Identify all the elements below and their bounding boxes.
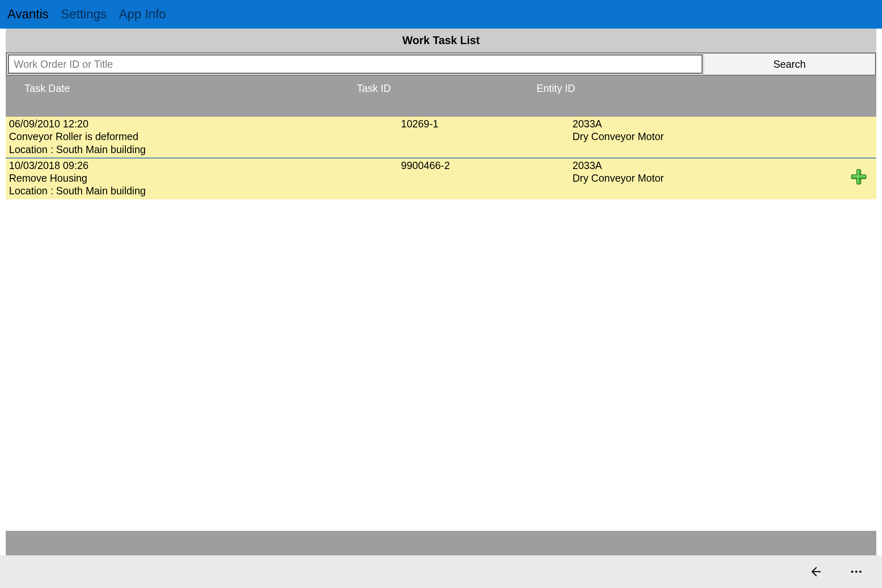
svg-rect-2 xyxy=(858,170,859,184)
cell-action xyxy=(844,159,873,198)
task-title: Conveyor Roller is deformed xyxy=(9,130,401,143)
search-button[interactable]: Search xyxy=(704,53,875,75)
column-header-task-id[interactable]: Task ID xyxy=(332,82,504,117)
back-arrow-icon[interactable] xyxy=(808,562,826,581)
table-row[interactable]: 10/03/2018 09:26 Remove Housing Location… xyxy=(6,158,876,199)
cell-task-id: 9900466-2 xyxy=(401,159,572,198)
menu-app-info[interactable]: App Info xyxy=(119,7,166,22)
cell-task-date: 06/09/2010 12:20 Conveyor Roller is defo… xyxy=(9,118,401,156)
cell-task-id: 10269-1 xyxy=(401,118,572,156)
task-location: Location : South Main building xyxy=(9,143,401,156)
search-row: Search xyxy=(6,53,876,76)
column-header-row: Task Date Task ID Entity ID xyxy=(6,76,876,117)
task-date: 10/03/2018 09:26 xyxy=(9,159,401,172)
search-input[interactable] xyxy=(9,56,702,73)
entity-name: Dry Conveyor Motor xyxy=(572,130,844,143)
table-row[interactable]: 06/09/2010 12:20 Conveyor Roller is defo… xyxy=(6,117,876,158)
page-panel: Work Task List Search Task Date Task ID … xyxy=(6,29,876,531)
task-title: Remove Housing xyxy=(9,172,401,185)
column-header-entity-id[interactable]: Entity ID xyxy=(504,82,876,117)
svg-point-4 xyxy=(851,570,853,572)
svg-point-5 xyxy=(855,570,857,572)
cell-entity: 2033A Dry Conveyor Motor xyxy=(572,159,844,198)
command-bar xyxy=(0,555,882,588)
svg-rect-3 xyxy=(852,176,866,177)
page-title-bar: Work Task List xyxy=(6,29,876,52)
search-input-wrap xyxy=(8,54,703,74)
entity-id: 2033A xyxy=(572,159,844,172)
entity-name: Dry Conveyor Motor xyxy=(572,172,844,185)
cell-action xyxy=(844,118,873,156)
cell-task-date: 10/03/2018 09:26 Remove Housing Location… xyxy=(9,159,401,198)
panel-footer-strip xyxy=(6,531,876,555)
task-date: 06/09/2010 12:20 xyxy=(9,118,401,130)
add-icon[interactable] xyxy=(851,169,867,188)
task-id: 9900466-2 xyxy=(401,159,572,172)
task-location: Location : South Main building xyxy=(9,185,401,197)
menu-settings[interactable]: Settings xyxy=(61,7,107,22)
more-icon[interactable] xyxy=(847,562,866,581)
task-id: 10269-1 xyxy=(401,118,572,130)
app-name[interactable]: Avantis xyxy=(7,7,49,22)
entity-id: 2033A xyxy=(572,118,844,130)
svg-point-6 xyxy=(859,570,861,572)
app-title-bar: Avantis Settings App Info xyxy=(0,0,882,29)
page-title: Work Task List xyxy=(402,34,480,47)
cell-entity: 2033A Dry Conveyor Motor xyxy=(572,118,844,156)
column-header-task-date[interactable]: Task Date xyxy=(6,82,332,117)
task-rows-container: 06/09/2010 12:20 Conveyor Roller is defo… xyxy=(6,117,876,531)
